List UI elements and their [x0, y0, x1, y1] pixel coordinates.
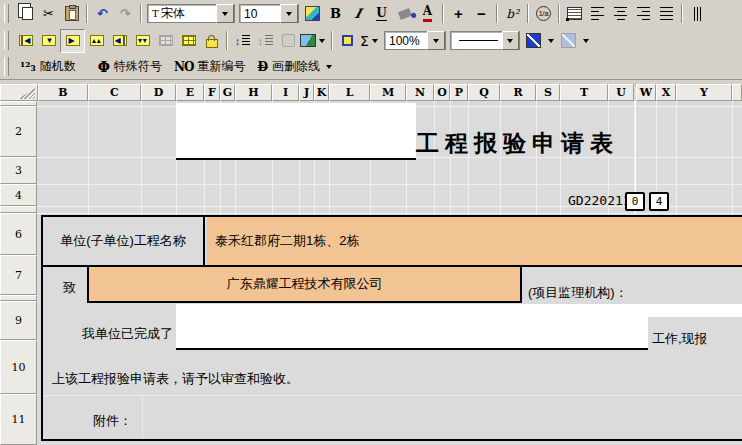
col-header-I[interactable]: I [272, 84, 299, 101]
col-header-T[interactable]: T [560, 84, 608, 101]
row-header-collapsed[interactable] [0, 206, 37, 213]
border-color-2-button[interactable] [557, 30, 580, 52]
vertical-text-button[interactable] [686, 3, 709, 25]
undo-button[interactable]: ↶ [91, 3, 114, 25]
bold-button[interactable]: B [324, 3, 347, 25]
line-spacing-2-button[interactable]: ↕ [254, 30, 277, 52]
col-header-G[interactable]: G [220, 84, 235, 101]
lock-cells-button[interactable] [200, 30, 223, 52]
completed-work-input[interactable] [176, 304, 648, 350]
col-header-partial[interactable] [732, 84, 742, 101]
line-spacing-button[interactable]: ↕ [231, 30, 254, 52]
zoom-dropdown-button[interactable] [427, 31, 445, 50]
split-cell-up-button[interactable] [85, 30, 108, 52]
row-header-7[interactable]: 7 [0, 255, 37, 295]
code-digit-box-1[interactable]: 0 [625, 192, 645, 211]
special-symbol-button[interactable]: Φ 特殊符号 [92, 57, 168, 77]
random-number-button[interactable]: ¹²₃ 随机数 [14, 57, 82, 77]
title-blank-input[interactable] [176, 103, 416, 160]
col-header-D[interactable]: D [141, 84, 176, 101]
format-hand-button[interactable] [277, 30, 300, 52]
col-header-Y[interactable]: Y [676, 84, 732, 101]
unit-name-value-cell[interactable]: 泰禾红郡府二期1栋、2栋 [207, 217, 742, 265]
supervisor-company-cell[interactable]: 广东鼎耀工程技术有限公司 [87, 267, 522, 303]
code-digit-box-2[interactable]: 4 [649, 192, 669, 211]
col-header-E[interactable]: E [176, 84, 204, 101]
decrease-size-button[interactable]: − [470, 3, 493, 25]
merge-cell-button[interactable] [108, 30, 131, 52]
align-left-button[interactable] [586, 3, 609, 25]
insert-cell-down-button[interactable] [37, 30, 60, 52]
font-name-combo[interactable]: T 宋体 [147, 4, 235, 23]
col-header-Q[interactable]: Q [468, 84, 500, 101]
separator [496, 4, 498, 23]
redo-button[interactable]: ↷ [114, 3, 137, 25]
autosum-button[interactable]: Σ [359, 30, 382, 52]
col-header-C[interactable]: C [88, 84, 141, 101]
autosum-dropdown[interactable] [369, 30, 381, 52]
border-color-button[interactable] [522, 30, 545, 52]
superscript-button[interactable]: b² [501, 3, 524, 25]
font-name-dropdown-button[interactable] [216, 4, 234, 23]
line-style-dropdown-button[interactable] [502, 31, 519, 50]
font-size-combo[interactable]: 10 [239, 4, 299, 23]
insert-picture-button[interactable] [300, 30, 328, 52]
col-header-H[interactable]: H [235, 84, 272, 101]
col-header-K[interactable]: K [314, 84, 329, 101]
align-right-button[interactable] [632, 3, 655, 25]
select-all-corner[interactable] [0, 84, 38, 101]
col-header-R[interactable]: R [500, 84, 536, 101]
insert-frame-button[interactable] [336, 30, 359, 52]
col-header-X[interactable]: X [656, 84, 676, 101]
col-header-U[interactable]: U [608, 84, 634, 101]
col-header-P[interactable]: P [450, 84, 468, 101]
split-cell-down-button[interactable] [131, 30, 154, 52]
align-center-button[interactable] [609, 3, 632, 25]
col-header-W[interactable]: W [636, 84, 656, 101]
fraction-button[interactable]: 1/a [532, 3, 555, 25]
toolbar-grip[interactable] [4, 57, 9, 76]
completed-work-input-overflow[interactable] [648, 304, 742, 317]
col-header-S[interactable]: S [536, 84, 560, 101]
border-color-dropdown[interactable] [545, 30, 557, 52]
line-style-combo[interactable] [450, 31, 520, 50]
increase-size-button[interactable]: + [447, 3, 470, 25]
col-header-B[interactable]: B [38, 84, 88, 101]
col-header-N[interactable]: N [406, 84, 434, 101]
col-header-O[interactable]: O [434, 84, 450, 101]
col-header-L[interactable]: L [329, 84, 370, 101]
text-box-button[interactable] [563, 3, 586, 25]
zoom-combo[interactable]: 100% [384, 31, 446, 50]
row-header-4[interactable]: 4 [0, 184, 37, 206]
fill-color-button[interactable] [393, 3, 416, 25]
cut-button[interactable]: ✂ [37, 3, 60, 25]
col-header-M[interactable]: M [370, 84, 406, 101]
font-color-button[interactable]: A [416, 3, 439, 25]
row-header-11[interactable]: 11 [0, 394, 37, 445]
row-header-10[interactable]: 10 [0, 340, 37, 394]
border-color-2-dropdown[interactable] [580, 30, 592, 52]
cells-icon [159, 35, 173, 46]
strikeline-button[interactable]: Đ 画删除线 [251, 57, 338, 77]
copy-button[interactable] [14, 3, 37, 25]
row-header-2[interactable]: 2 [0, 106, 37, 157]
table-grid-button[interactable] [177, 30, 200, 52]
insert-cell-left-button[interactable] [14, 30, 37, 52]
row-header-3[interactable]: 3 [0, 157, 37, 184]
underline-button[interactable]: U [370, 3, 393, 25]
col-header-J[interactable]: J [299, 84, 314, 101]
font-dialog-button[interactable] [301, 3, 324, 25]
paste-button[interactable] [60, 3, 83, 25]
row-header-9[interactable]: 9 [0, 301, 37, 340]
justify-button[interactable] [655, 3, 678, 25]
toolbar-grip[interactable] [4, 31, 9, 50]
insert-cell-right-button[interactable] [60, 29, 85, 53]
renumber-button[interactable]: NO 重新编号 [168, 57, 251, 77]
cells-disabled-button[interactable] [154, 30, 177, 52]
italic-button[interactable]: I [347, 3, 370, 25]
row-header-6[interactable]: 6 [0, 213, 37, 255]
font-size-dropdown-button[interactable] [280, 4, 298, 23]
col-header-F[interactable]: F [204, 84, 220, 101]
picture-dropdown[interactable] [316, 30, 328, 52]
toolbar-grip[interactable] [4, 4, 9, 23]
